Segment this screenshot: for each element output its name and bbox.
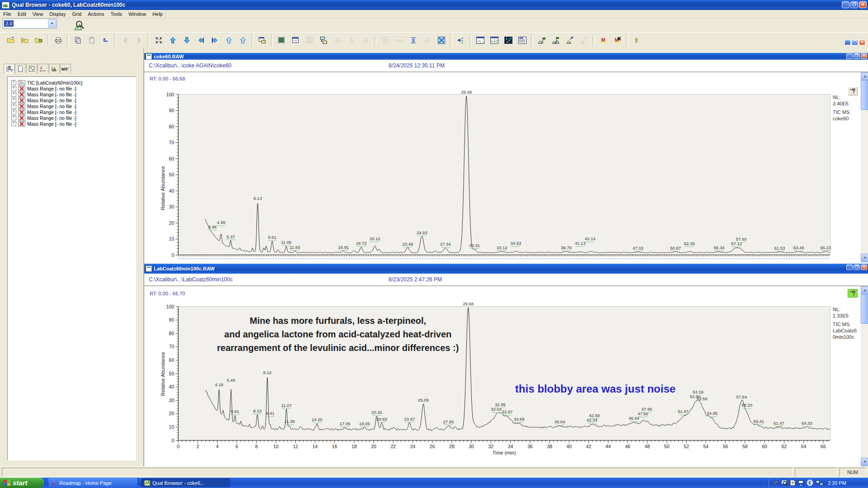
taskbar-task-qual-browser[interactable]: Qual Browser - coke6... [142,479,230,487]
scroll-thumb[interactable] [861,80,868,110]
expand-icon[interactable]: + [11,121,16,126]
chart-cell[interactable]: RT: 0.00 - 66.68 Relative Abundance 0102… [144,72,868,262]
start-button[interactable]: start [0,478,44,488]
tree-item[interactable]: +Mass Range [- no file -] [9,121,135,127]
pane-maximize-button[interactable]: ❐ [854,265,860,270]
display-map-button[interactable] [501,34,515,47]
tray-help-file-icon[interactable]: ? [790,480,795,486]
display-list-button[interactable] [515,34,529,47]
reset-zoom-button[interactable] [434,34,448,47]
label-peaks-button[interactable] [535,34,549,47]
menu-grid[interactable]: Grid [69,10,85,18]
insert-cell-below-button[interactable] [236,34,250,47]
chromatogram-plot[interactable]: 01020304050607080901003.494.385.378.139.… [178,94,830,256]
zoom-level-combobox[interactable]: 2.0 ▼ [3,19,57,28]
pane-close-button[interactable]: ✕ [861,53,867,59]
tray-network-icon[interactable] [816,480,823,486]
cell-type-chromatogram-button[interactable] [275,34,289,47]
expand-icon[interactable]: + [11,86,16,91]
menu-window[interactable]: Window [125,10,149,18]
menu-help[interactable]: Help [149,10,166,18]
grid-layout-button[interactable] [255,34,269,47]
combobox-dropdown-icon[interactable]: ▼ [48,19,56,28]
minimize-button[interactable]: _ [842,1,849,8]
expand-icon[interactable]: + [11,115,16,120]
blank-view-tab[interactable] [15,64,26,73]
maximize-button[interactable]: ❐ [850,1,858,8]
label-all-peaks-button[interactable] [549,34,563,47]
taskbar-task-roadmap[interactable]: Roadmap - Home Page [48,479,137,487]
menu-view[interactable]: View [29,10,47,18]
scroll-down-icon[interactable]: ▼ [861,254,868,262]
chart-cell[interactable]: RT: 0.00 - 66.70 Relative Abundance 0102… [144,286,868,466]
tray-window-popup-icon[interactable] [798,480,804,486]
pane-scrollbar[interactable]: ▲ ▼ [861,72,868,262]
expand-icon[interactable]: + [11,98,16,103]
menu-actions[interactable]: Actions [85,10,107,18]
structure-view-tab[interactable] [26,64,37,73]
pane-minimize-button[interactable]: _ [846,53,853,59]
open-raw-file-button[interactable] [4,34,18,47]
pin-cell-tool-button[interactable] [317,34,331,47]
menu-display[interactable]: Display [46,10,69,18]
cell-type-spectrum-button[interactable] [289,34,303,47]
expand-icon[interactable]: + [11,104,16,109]
tree-item[interactable]: +Mass Range [- no file -] [9,97,135,103]
undo-button[interactable] [99,34,113,47]
close-button[interactable]: ✕ [859,1,867,8]
tree-item[interactable]: +TICTIC [LabCoatz60min100c] [9,80,135,85]
print-button[interactable] [51,34,65,47]
open-sequence-button[interactable] [18,34,32,47]
move-cell-left-button[interactable] [194,34,208,47]
expand-cell-button[interactable] [152,34,166,47]
display-profile-button[interactable] [487,34,501,47]
pin-button-active[interactable] [848,289,858,298]
spectra-view-tab[interactable] [49,64,60,73]
svg-text:Time (min): Time (min) [492,450,516,455]
expand-icon[interactable]: + [11,80,16,85]
scroll-thumb[interactable] [861,294,868,324]
move-cell-down-button[interactable] [180,34,194,47]
tree-item[interactable]: +Mass Range [- no file -] [9,115,135,121]
chromatogram-plot[interactable]: 0102030405060708090100024681012141618202… [178,306,830,441]
copy-button[interactable] [71,34,85,47]
menu-edit[interactable]: Edit [14,10,29,18]
pane-title-bar[interactable]: coke60.RAW _ ❐ ✕ [144,53,868,60]
tray-display-magnifier-icon[interactable] [781,480,787,486]
msn-view-tab[interactable]: MSn [60,64,71,73]
menu-file[interactable]: File [0,10,14,18]
menu-tools[interactable]: Tools [107,10,125,18]
clear-peak-labels-button[interactable] [563,34,577,47]
toggle-marker-off-button[interactable]: M [610,34,624,47]
previous-scan-button[interactable] [454,34,468,47]
toggle-marker-button[interactable]: M [596,34,610,47]
pane-title-bar[interactable]: LabCoatz60min100c.RAW _ ❐ ✕ [144,264,868,274]
pane-scrollbar[interactable]: ▲ ▼ [861,286,868,466]
tree-view-tab[interactable]: ? [4,64,14,74]
insert-cell-above-button[interactable] [222,34,236,47]
app-title-bar[interactable]: Qual Browser - coke60, LabCoatz60min100c… [0,0,868,10]
child-close-button[interactable]: ✕ [859,40,865,45]
child-minimize-button[interactable]: _ [844,40,851,45]
expand-icon[interactable]: + [11,92,16,97]
tree-item[interactable]: +Mass Range [- no file -] [9,85,135,91]
autoscale-y-button[interactable] [406,34,420,47]
pane-close-button[interactable]: ✕ [861,265,867,270]
pane-maximize-button[interactable]: ❐ [854,53,860,59]
scroll-down-icon[interactable]: ▼ [861,458,868,466]
axz-view-tab[interactable]: a,x,z [38,64,48,73]
zoom-chromatogram-button[interactable] [71,19,87,33]
tree-item[interactable]: +Mass Range [- no file -] [9,91,135,97]
tree-item[interactable]: +Mass Range [- no file -] [9,103,135,109]
open-result-file-button[interactable] [32,34,46,47]
move-cell-right-button[interactable] [208,34,222,47]
child-restore-button[interactable]: ❐ [852,40,858,45]
tray-hide-icons-chevron[interactable] [806,479,813,486]
help-button[interactable]: ? [630,34,644,47]
expand-icon[interactable]: + [11,109,16,114]
display-peak-trace-button[interactable] [473,34,487,47]
tray-pen-icon[interactable] [772,480,778,486]
tree-item[interactable]: +Mass Range [- no file -] [9,109,135,115]
move-cell-up-button[interactable] [166,34,180,47]
pane-minimize-button[interactable]: _ [846,265,853,270]
